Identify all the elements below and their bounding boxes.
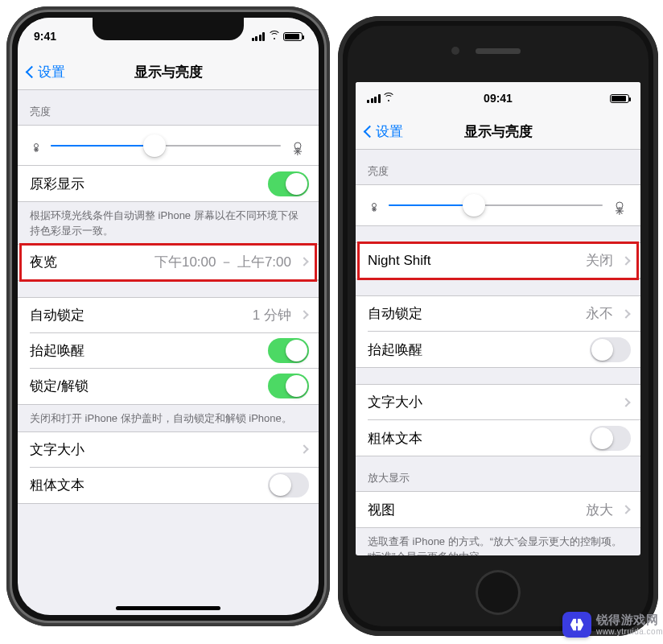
text-size-row[interactable]: 文字大小 [356,385,640,420]
chevron-right-icon [621,309,630,318]
brightness-row [356,185,640,225]
bold-text-toggle[interactable] [268,473,309,497]
raise-to-wake-toggle[interactable] [268,338,309,363]
phone-frame-8: 09:41 设置 显示与亮度 亮度 [338,16,658,636]
text-group: 文字大小 粗体文本 [356,384,640,456]
section-header-brightness: 亮度 [356,150,640,184]
true-tone-footer: 根据环境光线条件自动调整 iPhone 屏幕以在不同环境下保持色彩显示一致。 [18,202,319,244]
true-tone-toggle[interactable] [268,171,309,196]
auto-lock-value: 1 分钟 [253,306,291,324]
back-button[interactable]: 设置 [23,55,70,89]
lock-unlock-footer: 关闭和打开 iPhone 保护盖时，自动锁定和解锁 iPhone。 [18,405,319,431]
chevron-right-icon [299,258,308,266]
lock-unlock-label: 锁定/解锁 [30,377,261,395]
auto-lock-row[interactable]: 自动锁定 永不 [356,296,640,332]
chevron-right-icon [299,311,308,320]
wifi-icon [268,32,280,41]
page-title: 显示与亮度 [464,122,533,141]
night-shift-value: 关闭 [586,251,613,270]
brightness-group [356,184,640,226]
signal-bars-icon [252,32,266,41]
wifi-icon [383,94,395,103]
auto-lock-label: 自动锁定 [368,304,579,323]
bold-text-row: 粗体文本 [356,420,640,456]
battery-icon [283,32,303,41]
text-size-row[interactable]: 文字大小 [18,432,319,468]
watermark: 锐得游戏网 www.ytruida.com [562,612,663,638]
text-size-label: 文字大小 [368,393,613,411]
bold-text-label: 粗体文本 [368,429,583,448]
raise-to-wake-label: 抬起唤醒 [30,341,261,360]
auto-lock-row[interactable]: 自动锁定 1 分钟 [18,298,319,333]
auto-lock-label: 自动锁定 [30,306,246,324]
bold-text-label: 粗体文本 [30,476,261,494]
chevron-left-icon [26,66,39,79]
text-group: 文字大小 粗体文本 [18,431,319,504]
brightness-low-icon [30,139,43,152]
back-button[interactable]: 设置 [360,114,408,149]
raise-to-wake-row: 抬起唤醒 [356,332,640,367]
night-shift-group: 夜览 下午10:00 － 上午7:00 [18,244,319,281]
status-bar: 09:41 [356,82,640,114]
signal-bars-icon [367,94,381,103]
brightness-high-icon [289,137,307,155]
night-shift-row[interactable]: 夜览 下午10:00 － 上午7:00 [18,245,319,280]
back-label: 设置 [376,122,403,141]
phone-frame-x: 9:41 设置 显示与亮度 亮度 [6,6,330,626]
bold-text-row: 粗体文本 [18,468,319,503]
night-shift-row[interactable]: Night Shift 关闭 [356,243,640,279]
brightness-slider[interactable] [389,194,603,217]
true-tone-row: 原彩显示 [18,166,319,201]
chevron-left-icon [364,126,377,138]
view-value: 放大 [586,501,613,519]
text-size-label: 文字大小 [30,440,291,459]
watermark-url: www.ytruida.com [596,627,663,636]
phone-x-screen: 9:41 设置 显示与亮度 亮度 [18,18,319,615]
raise-to-wake-row: 抬起唤醒 [18,333,319,369]
watermark-title: 锐得游戏网 [596,613,663,627]
night-shift-value: 下午10:00 － 上午7:00 [154,253,291,271]
section-header-brightness: 亮度 [18,90,319,125]
home-indicator [116,606,220,610]
back-label: 设置 [38,63,65,81]
chevron-right-icon [299,444,308,453]
nav-header: 设置 显示与亮度 [356,114,640,150]
view-row[interactable]: 视图 放大 [356,492,640,527]
chevron-right-icon [621,398,630,407]
brightness-slider[interactable] [51,134,281,157]
lock-unlock-row: 锁定/解锁 [18,369,319,404]
home-button[interactable] [476,570,521,615]
true-tone-label: 原彩显示 [30,175,261,193]
zoom-footer: 选取查看 iPhone 的方式。“放大”会显示更大的控制项。“标准”会显示更多的… [356,528,640,555]
chevron-right-icon [621,256,630,265]
section-header-zoom: 放大显示 [356,456,640,491]
view-label: 视图 [368,501,579,519]
auto-lock-value: 永不 [586,304,613,323]
nav-header: 设置 显示与亮度 [18,55,319,90]
watermark-logo-icon [562,612,591,638]
night-shift-group: Night Shift 关闭 [356,242,640,279]
brightness-low-icon [368,199,381,212]
lock-group: 自动锁定 永不 抬起唤醒 [356,295,640,368]
raise-to-wake-toggle[interactable] [590,337,631,362]
brightness-high-icon [611,196,628,214]
night-shift-label: Night Shift [368,253,579,269]
bold-text-toggle[interactable] [590,426,631,451]
brightness-group: 原彩显示 [18,125,319,202]
zoom-group: 视图 放大 [356,491,640,528]
phone-8-screen: 09:41 设置 显示与亮度 亮度 [356,82,640,555]
notch [93,18,244,40]
earpiece [476,48,521,54]
front-camera-icon [451,47,459,55]
chevron-right-icon [621,505,630,514]
raise-to-wake-label: 抬起唤醒 [368,341,583,359]
battery-icon [610,94,629,103]
night-shift-label: 夜览 [30,253,148,271]
page-title: 显示与亮度 [134,63,203,81]
status-time: 09:41 [484,92,513,105]
status-time: 9:41 [34,30,56,43]
lock-unlock-toggle[interactable] [268,374,309,398]
brightness-row [18,126,319,166]
lock-group: 自动锁定 1 分钟 抬起唤醒 锁定/解锁 [18,297,319,405]
